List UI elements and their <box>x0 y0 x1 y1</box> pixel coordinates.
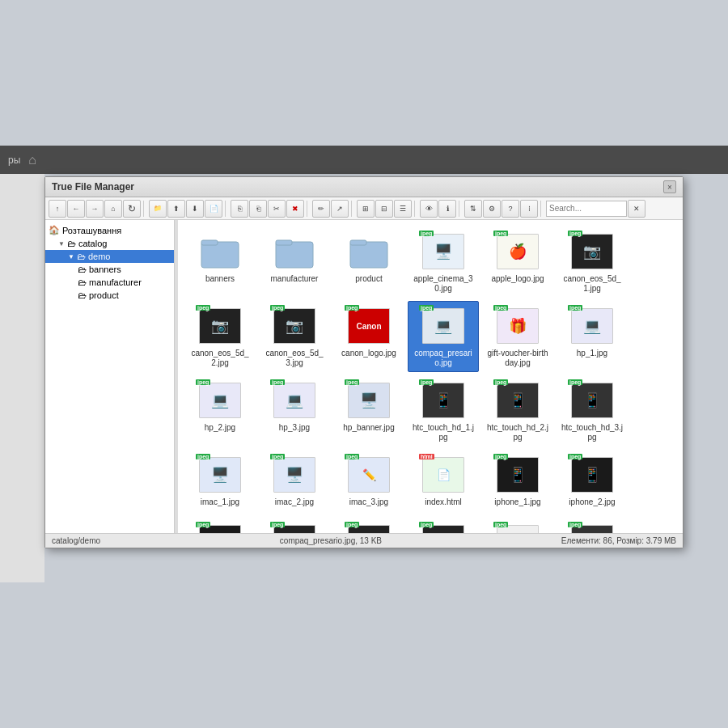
list-item[interactable]: manufacturer <box>259 226 330 298</box>
tb-preview-button[interactable]: 👁 <box>420 200 438 218</box>
tb-paste-button[interactable]: ⎗ <box>249 200 267 218</box>
list-item[interactable]: jpeg 🖥️ imac_2.jpg <box>259 450 330 514</box>
tree-item-manufacturer[interactable]: 🗁 manufacturer <box>45 276 174 289</box>
tree-banners-label: banners <box>89 265 121 274</box>
tb-copy-button[interactable]: ⎘ <box>231 200 248 218</box>
list-item[interactable]: jpeg 🎵 ipod_classic_2.jpg <box>557 518 628 533</box>
tb-upload-button[interactable]: ⬆ <box>167 200 185 218</box>
jpeg-badge: jpeg <box>270 305 285 311</box>
file-name-imac3: imac_3.jpg <box>349 497 388 507</box>
tb-search-close-button[interactable]: ✕ <box>628 200 645 218</box>
list-item[interactable]: jpeg 📷 canon_eos_5d_2.jpg <box>184 301 256 372</box>
list-item[interactable]: jpeg 📱 htc_touch_hd_1.jpg <box>408 375 479 447</box>
list-item[interactable]: jpeg 🖥️ hp_banner.jpg <box>333 375 404 447</box>
folder-icon-product: 🗁 <box>78 290 87 300</box>
tb-view-small-button[interactable]: ⊟ <box>375 200 393 218</box>
tb-newfile-button[interactable]: 📄 <box>205 200 222 218</box>
file-name-compaq: compaq_presario.jpg <box>412 349 475 368</box>
list-item[interactable]: jpeg 🍎 apple_logo.jpg <box>482 226 553 298</box>
file-name-imac2: imac_2.jpg <box>275 497 314 507</box>
tb-cut-button[interactable]: ✂ <box>268 200 286 218</box>
list-item[interactable]: jpeg 💻 hp_3.jpg <box>259 375 330 447</box>
search-input[interactable] <box>546 201 627 217</box>
tree-manufacturer-label: manufacturer <box>89 277 142 287</box>
tb-move-button[interactable]: ↗ <box>331 200 349 218</box>
list-item[interactable]: jpeg 📱 iphone_5.jpg <box>333 518 404 533</box>
list-item[interactable]: jpeg ✏️ imac_3.jpg <box>333 450 404 514</box>
tb-delete-button[interactable]: ✖ <box>286 200 304 218</box>
tb-up-button[interactable]: ↑ <box>49 200 66 218</box>
tb-refresh-button[interactable]: ↻ <box>123 200 141 218</box>
tb-view-list-button[interactable]: ☰ <box>394 200 412 218</box>
list-item[interactable]: jpeg 📱 htc_touch_hd_3.jpg <box>557 375 628 447</box>
tb-help-button[interactable]: ? <box>502 200 519 218</box>
tree-item-product[interactable]: 🗁 product <box>45 289 174 302</box>
list-item[interactable]: jpeg 📱 iphone_6.jpg <box>408 518 479 533</box>
list-item[interactable]: jpeg 📱 iphone_1.jpg <box>482 450 553 514</box>
file-name-hp1: hp_1.jpg <box>577 349 607 358</box>
list-item[interactable]: banners <box>184 226 256 298</box>
tb-more-button[interactable]: ⁞ <box>520 200 538 218</box>
toolbar: ↑ ← → ⌂ ↻ 📁 ⬆ ⬇ 📄 ⎘ ⎗ ✂ ✖ ✏ ↗ ⊞ ⊟ ☰ 👁 ℹ … <box>45 197 683 220</box>
file-thumb-hp2: 💻 <box>199 383 241 418</box>
file-thumb-imac2: 🖥️ <box>273 457 315 493</box>
jpeg-badge: jpeg <box>493 231 508 236</box>
files-grid: banners manufacturer <box>184 226 676 533</box>
tb-back-button[interactable]: ← <box>67 200 85 218</box>
file-thumb-iphone1: 📱 <box>497 457 539 493</box>
file-name-banners: banners <box>205 274 235 284</box>
tb-info-button[interactable]: ℹ <box>438 200 456 218</box>
tb-forward-button[interactable]: → <box>86 200 104 218</box>
tb-sort-button[interactable]: ⇅ <box>464 200 482 218</box>
tree-item-catalog[interactable]: ▼ 🗁 catalog <box>45 237 174 250</box>
close-button[interactable]: × <box>663 180 676 193</box>
list-item[interactable]: jpeg 📱 htc_touch_hd_2.jpg <box>482 375 553 447</box>
file-icon-wrap-hp2: jpeg 💻 <box>196 379 244 421</box>
jpeg-badge: jpeg <box>345 454 359 459</box>
file-thumb-canon1: 📷 <box>571 234 613 269</box>
tree-item-demo[interactable]: ▼ 🗁 demo <box>45 250 174 263</box>
tb-config-button[interactable]: ⚙ <box>483 200 501 218</box>
list-item[interactable]: jpeg 📱 iphone_2.jpg <box>557 450 628 514</box>
list-item[interactable]: jpeg 💻 compaq_presario.jpg <box>408 301 479 372</box>
tb-home-button[interactable]: ⌂ <box>104 200 122 218</box>
tree-item-banners[interactable]: 🗁 banners <box>45 263 174 276</box>
list-item[interactable]: product <box>333 226 404 298</box>
file-name-index: index.html <box>425 497 462 507</box>
list-item[interactable]: jpeg 🖥️ apple_cinema_30.jpg <box>408 226 479 298</box>
list-item[interactable]: jpeg Canon canon_logo.jpg <box>333 301 404 372</box>
file-icon-wrap-gift: jpeg 🎁 <box>493 305 542 347</box>
file-icon-wrap-apple-cinema: jpeg 🖥️ <box>419 231 468 273</box>
file-thumb-index: 📄 <box>422 457 464 493</box>
list-item[interactable]: jpeg 🎵 ipod_classic_1.jpg <box>482 518 553 533</box>
status-selected-file: compaq_presario.jpg, 13 KB <box>280 536 382 545</box>
bg-sidebar-left <box>0 174 44 582</box>
list-item[interactable]: jpeg 💻 hp_1.jpg <box>557 301 628 372</box>
tb-download-button[interactable]: ⬇ <box>186 200 204 218</box>
tb-view-large-button[interactable]: ⊞ <box>357 200 375 218</box>
jpeg-badge: jpeg <box>493 454 508 459</box>
list-item[interactable]: jpeg 📱 iphone_4.jpg <box>259 518 330 533</box>
list-item[interactable]: jpeg 📷 canon_eos_5d_1.jpg <box>557 226 628 298</box>
tb-rename-button[interactable]: ✏ <box>312 200 330 218</box>
tree-item-root[interactable]: 🏠 Розташування <box>45 223 174 237</box>
jpeg-badge: jpeg <box>196 522 210 527</box>
jpeg-badge: jpeg <box>568 454 582 459</box>
file-icon-wrap-canon-logo: jpeg Canon <box>345 305 393 347</box>
file-name-manufacturer: manufacturer <box>271 274 319 284</box>
file-name-iphone2: iphone_2.jpg <box>569 497 615 507</box>
tb-newfolder-button[interactable]: 📁 <box>149 200 167 218</box>
status-path: catalog/demo <box>52 536 100 545</box>
file-manager-dialog: True File Manager × ↑ ← → ⌂ ↻ 📁 ⬆ ⬇ 📄 ⎘ … <box>44 176 684 548</box>
list-item[interactable]: html 📄 index.html <box>408 450 479 514</box>
list-item[interactable]: jpeg 📱 iphone_3.jpg <box>184 518 256 533</box>
list-item[interactable]: jpeg 🖥️ imac_1.jpg <box>184 450 256 514</box>
jpeg-badge: jpeg <box>270 379 285 385</box>
list-item[interactable]: jpeg 🎁 gift-voucher-birthday.jpg <box>482 301 553 372</box>
jpeg-badge: jpeg <box>345 305 359 311</box>
file-thumb-imac1: 🖥️ <box>199 457 241 493</box>
list-item[interactable]: jpeg 💻 hp_2.jpg <box>184 375 256 447</box>
folder-icon-banners: 🗁 <box>78 265 87 274</box>
list-item[interactable]: jpeg 📷 canon_eos_5d_3.jpg <box>259 301 330 372</box>
file-icon-wrap-iphone2: jpeg 📱 <box>568 454 616 496</box>
